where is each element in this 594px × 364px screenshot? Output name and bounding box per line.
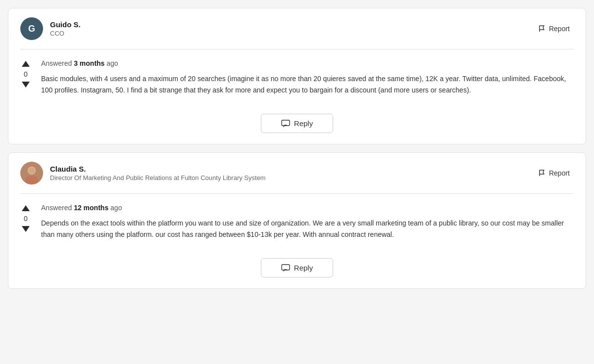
svg-marker-1 bbox=[22, 82, 30, 88]
user-title: Director Of Marketing And Public Relatio… bbox=[50, 174, 266, 182]
downvote-button[interactable] bbox=[20, 80, 31, 89]
answer-card-1: G Guido S. CCO Report bbox=[8, 8, 586, 144]
vote-count: 0 bbox=[24, 215, 28, 223]
user-name: Guido S. bbox=[50, 20, 81, 29]
user-details: Claudia S. Director Of Marketing And Pub… bbox=[50, 165, 266, 182]
report-button[interactable]: Report bbox=[534, 23, 574, 35]
upvote-button[interactable] bbox=[20, 204, 31, 213]
card-body: 0 Answered 3 months ago Basic modules, w… bbox=[8, 49, 586, 106]
user-details: Guido S. CCO bbox=[50, 20, 81, 37]
report-label: Report bbox=[549, 25, 570, 33]
reply-button[interactable]: Reply bbox=[261, 258, 333, 277]
reply-section: Reply bbox=[8, 250, 586, 288]
svg-marker-8 bbox=[22, 226, 30, 232]
reply-icon bbox=[281, 120, 290, 128]
reply-label: Reply bbox=[294, 264, 313, 272]
reply-icon bbox=[281, 264, 290, 272]
answer-text: Depends on the exact tools within the pl… bbox=[41, 218, 574, 240]
upvote-icon bbox=[21, 205, 30, 212]
card-header: Claudia S. Director Of Marketing And Pub… bbox=[8, 153, 586, 193]
report-label: Report bbox=[549, 169, 570, 177]
reply-button[interactable]: Reply bbox=[261, 114, 333, 133]
answered-line: Answered 12 months ago bbox=[41, 204, 574, 212]
svg-marker-7 bbox=[22, 205, 30, 211]
answer-content: Answered 3 months ago Basic modules, wit… bbox=[41, 59, 574, 96]
user-title: CCO bbox=[50, 30, 81, 37]
user-info: G Guido S. CCO bbox=[20, 17, 81, 40]
vote-section: 0 bbox=[20, 204, 31, 233]
reply-section: Reply bbox=[8, 106, 586, 144]
downvote-button[interactable] bbox=[20, 225, 31, 233]
flag-icon bbox=[538, 25, 546, 33]
user-avatar: G bbox=[20, 17, 43, 40]
vote-count: 0 bbox=[24, 70, 28, 78]
user-info: Claudia S. Director Of Marketing And Pub… bbox=[20, 162, 266, 184]
report-button[interactable]: Report bbox=[534, 167, 574, 179]
flag-icon bbox=[538, 169, 546, 177]
reply-label: Reply bbox=[294, 119, 313, 128]
answer-card-2: Claudia S. Director Of Marketing And Pub… bbox=[8, 152, 586, 289]
card-body: 0 Answered 12 months ago Depends on the … bbox=[8, 194, 586, 250]
user-name: Claudia S. bbox=[50, 165, 266, 173]
user-avatar bbox=[20, 162, 43, 184]
answered-line: Answered 3 months ago bbox=[41, 59, 574, 67]
upvote-button[interactable] bbox=[20, 59, 31, 68]
svg-marker-0 bbox=[22, 61, 30, 67]
vote-section: 0 bbox=[20, 59, 31, 89]
answer-content: Answered 12 months ago Depends on the ex… bbox=[41, 204, 574, 240]
upvote-icon bbox=[21, 60, 30, 67]
answered-time: 3 months bbox=[74, 59, 104, 67]
answer-text: Basic modules, with 4 users and a maximu… bbox=[41, 73, 574, 96]
card-header: G Guido S. CCO Report bbox=[8, 8, 586, 49]
downvote-icon bbox=[21, 81, 30, 88]
downvote-icon bbox=[21, 226, 30, 232]
answered-time: 12 months bbox=[74, 204, 108, 212]
